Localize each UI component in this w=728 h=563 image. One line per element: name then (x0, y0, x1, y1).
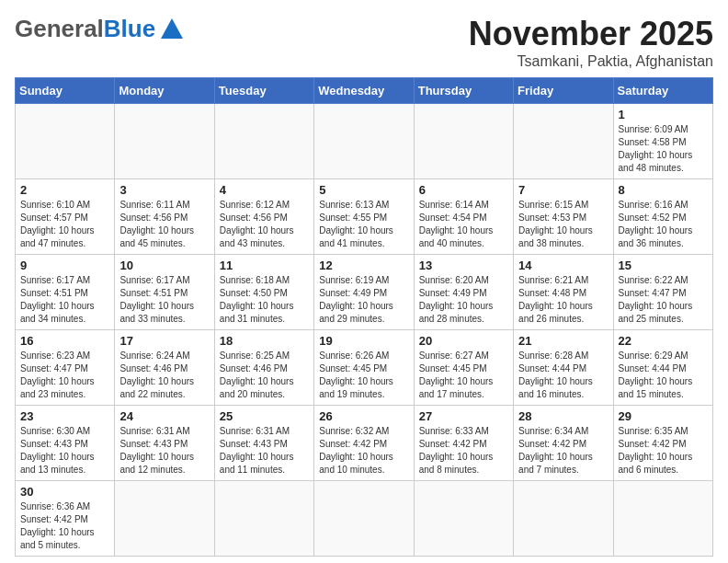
day-number: 2 (20, 183, 109, 197)
day-info: Sunrise: 6:26 AM Sunset: 4:45 PM Dayligh… (319, 350, 408, 401)
day-info: Sunrise: 6:36 AM Sunset: 4:42 PM Dayligh… (20, 500, 109, 552)
calendar-cell: 2Sunrise: 6:10 AM Sunset: 4:57 PM Daylig… (16, 179, 115, 255)
calendar-cell: 5Sunrise: 6:13 AM Sunset: 4:55 PM Daylig… (314, 179, 414, 255)
day-number: 29 (619, 409, 708, 423)
calendar-cell: 14Sunrise: 6:21 AM Sunset: 4:48 PM Dayli… (514, 255, 613, 330)
calendar-cell (214, 104, 313, 179)
calendar-cell (514, 481, 613, 557)
calendar-header-saturday: Saturday (613, 78, 712, 104)
calendar-cell (414, 104, 513, 179)
day-info: Sunrise: 6:31 AM Sunset: 4:43 PM Dayligh… (220, 425, 309, 477)
calendar-cell: 30Sunrise: 6:36 AM Sunset: 4:42 PM Dayli… (16, 481, 115, 557)
day-number: 14 (518, 259, 608, 272)
day-number: 9 (20, 259, 109, 272)
day-info: Sunrise: 6:17 AM Sunset: 4:51 PM Dayligh… (20, 274, 109, 326)
day-info: Sunrise: 6:12 AM Sunset: 4:56 PM Dayligh… (220, 199, 309, 250)
calendar-cell (115, 481, 214, 557)
month-title: November 2025 (469, 15, 713, 53)
calendar-cell (115, 104, 214, 179)
day-number: 11 (220, 259, 309, 272)
calendar-cell: 3Sunrise: 6:11 AM Sunset: 4:56 PM Daylig… (115, 179, 214, 255)
day-info: Sunrise: 6:29 AM Sunset: 4:44 PM Dayligh… (619, 350, 708, 401)
calendar-cell: 27Sunrise: 6:33 AM Sunset: 4:42 PM Dayli… (414, 406, 513, 481)
calendar-cell (514, 104, 613, 179)
calendar-cell: 6Sunrise: 6:14 AM Sunset: 4:54 PM Daylig… (414, 179, 513, 255)
calendar-cell: 24Sunrise: 6:31 AM Sunset: 4:43 PM Dayli… (115, 406, 214, 481)
day-number: 1 (619, 108, 708, 121)
day-info: Sunrise: 6:31 AM Sunset: 4:43 PM Dayligh… (119, 425, 209, 477)
calendar-cell (214, 481, 313, 557)
calendar-cell: 4Sunrise: 6:12 AM Sunset: 4:56 PM Daylig… (214, 179, 313, 255)
day-info: Sunrise: 6:30 AM Sunset: 4:43 PM Dayligh… (20, 425, 109, 477)
day-info: Sunrise: 6:22 AM Sunset: 4:47 PM Dayligh… (619, 274, 708, 326)
subtitle: Tsamkani, Paktia, Afghanistan (469, 53, 713, 70)
calendar-table: SundayMondayTuesdayWednesdayThursdayFrid… (15, 77, 713, 557)
day-number: 6 (419, 183, 508, 197)
day-number: 8 (619, 183, 708, 197)
day-number: 20 (419, 334, 508, 348)
calendar-cell: 17Sunrise: 6:24 AM Sunset: 4:46 PM Dayli… (115, 330, 214, 406)
calendar-cell: 28Sunrise: 6:34 AM Sunset: 4:42 PM Dayli… (514, 406, 613, 481)
day-info: Sunrise: 6:35 AM Sunset: 4:42 PM Dayligh… (619, 425, 708, 477)
day-number: 5 (319, 183, 408, 197)
calendar-header-wednesday: Wednesday (314, 78, 414, 104)
logo-blue-text: Blue (104, 15, 155, 43)
day-number: 15 (619, 259, 708, 272)
day-info: Sunrise: 6:09 AM Sunset: 4:58 PM Dayligh… (619, 123, 708, 175)
day-number: 26 (319, 409, 408, 423)
day-info: Sunrise: 6:28 AM Sunset: 4:44 PM Dayligh… (518, 350, 608, 401)
day-number: 13 (419, 259, 508, 272)
calendar-cell (314, 104, 414, 179)
day-info: Sunrise: 6:27 AM Sunset: 4:45 PM Dayligh… (419, 350, 508, 401)
day-info: Sunrise: 6:10 AM Sunset: 4:57 PM Dayligh… (20, 199, 109, 250)
day-info: Sunrise: 6:25 AM Sunset: 4:46 PM Dayligh… (220, 350, 309, 401)
calendar-cell: 22Sunrise: 6:29 AM Sunset: 4:44 PM Dayli… (613, 330, 712, 406)
day-number: 7 (518, 183, 608, 197)
day-info: Sunrise: 6:21 AM Sunset: 4:48 PM Dayligh… (518, 274, 608, 326)
header: General Blue November 2025 Tsamkani, Pak… (15, 15, 713, 70)
day-number: 16 (20, 334, 109, 348)
calendar-cell (414, 481, 513, 557)
calendar-cell: 1Sunrise: 6:09 AM Sunset: 4:58 PM Daylig… (613, 104, 712, 179)
day-info: Sunrise: 6:34 AM Sunset: 4:42 PM Dayligh… (518, 425, 608, 477)
day-number: 25 (220, 409, 309, 423)
day-info: Sunrise: 6:24 AM Sunset: 4:46 PM Dayligh… (119, 350, 209, 401)
logo: General Blue (15, 15, 185, 43)
day-number: 12 (319, 259, 408, 272)
day-number: 22 (619, 334, 708, 348)
day-number: 17 (119, 334, 209, 348)
calendar-header-tuesday: Tuesday (214, 78, 313, 104)
day-number: 3 (119, 183, 209, 197)
day-info: Sunrise: 6:33 AM Sunset: 4:42 PM Dayligh… (419, 425, 508, 477)
calendar-cell (16, 104, 115, 179)
calendar-cell: 19Sunrise: 6:26 AM Sunset: 4:45 PM Dayli… (314, 330, 414, 406)
calendar-cell (613, 481, 712, 557)
day-info: Sunrise: 6:11 AM Sunset: 4:56 PM Dayligh… (119, 199, 209, 250)
calendar-header-monday: Monday (115, 78, 214, 104)
logo-general-text: General (15, 15, 104, 43)
day-info: Sunrise: 6:19 AM Sunset: 4:49 PM Dayligh… (319, 274, 408, 326)
day-number: 18 (220, 334, 309, 348)
title-area: November 2025 Tsamkani, Paktia, Afghanis… (469, 15, 713, 70)
day-number: 30 (20, 485, 109, 499)
day-info: Sunrise: 6:14 AM Sunset: 4:54 PM Dayligh… (419, 199, 508, 250)
day-info: Sunrise: 6:20 AM Sunset: 4:49 PM Dayligh… (419, 274, 508, 326)
calendar-cell: 7Sunrise: 6:15 AM Sunset: 4:53 PM Daylig… (514, 179, 613, 255)
calendar-cell: 23Sunrise: 6:30 AM Sunset: 4:43 PM Dayli… (16, 406, 115, 481)
svg-marker-0 (161, 18, 183, 39)
calendar-cell: 9Sunrise: 6:17 AM Sunset: 4:51 PM Daylig… (16, 255, 115, 330)
calendar-cell: 11Sunrise: 6:18 AM Sunset: 4:50 PM Dayli… (214, 255, 313, 330)
day-info: Sunrise: 6:13 AM Sunset: 4:55 PM Dayligh… (319, 199, 408, 250)
calendar-cell: 16Sunrise: 6:23 AM Sunset: 4:47 PM Dayli… (16, 330, 115, 406)
calendar-header-thursday: Thursday (414, 78, 513, 104)
day-info: Sunrise: 6:23 AM Sunset: 4:47 PM Dayligh… (20, 350, 109, 401)
calendar-cell: 18Sunrise: 6:25 AM Sunset: 4:46 PM Dayli… (214, 330, 313, 406)
calendar-cell: 26Sunrise: 6:32 AM Sunset: 4:42 PM Dayli… (314, 406, 414, 481)
day-number: 19 (319, 334, 408, 348)
calendar-cell: 15Sunrise: 6:22 AM Sunset: 4:47 PM Dayli… (613, 255, 712, 330)
day-number: 24 (119, 409, 209, 423)
calendar-cell: 25Sunrise: 6:31 AM Sunset: 4:43 PM Dayli… (214, 406, 313, 481)
day-number: 28 (518, 409, 608, 423)
day-number: 4 (220, 183, 309, 197)
day-number: 27 (419, 409, 508, 423)
